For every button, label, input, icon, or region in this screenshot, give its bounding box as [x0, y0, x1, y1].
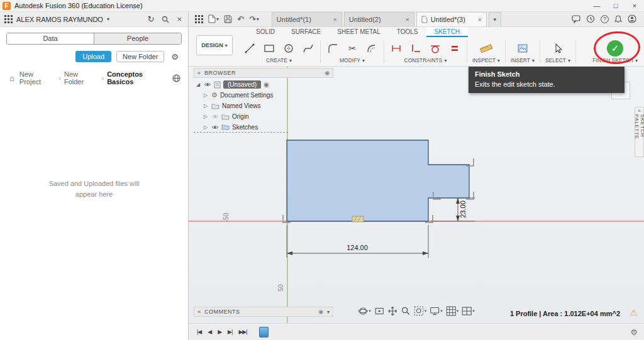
expand-palette-icon[interactable]: « — [638, 108, 641, 114]
browser-item-root[interactable]: ◢ (Unsaved) ◉ — [194, 79, 333, 90]
pan-icon[interactable] — [387, 306, 397, 316]
spline-tool-icon[interactable] — [301, 41, 315, 55]
browser-item-document-settings[interactable]: ▷ ⚙ Document Settings — [194, 90, 333, 101]
line-tool-icon[interactable] — [243, 41, 257, 55]
insert-image-tool-icon[interactable] — [516, 41, 530, 55]
group-label-create[interactable]: CREATE▾ — [266, 57, 292, 65]
sketch-profile[interactable] — [287, 140, 469, 221]
finish-sketch-check-icon[interactable]: ✓ — [607, 40, 623, 57]
rectangle-tool-icon[interactable] — [262, 41, 276, 55]
comments-dot-icon[interactable]: ◉ — [318, 309, 323, 315]
browser-header[interactable]: « BROWSER ◉ — [194, 68, 333, 78]
projects-grid-icon[interactable] — [4, 15, 13, 23]
select-cursor-icon[interactable] — [551, 41, 565, 55]
visibility-eye-icon[interactable] — [204, 82, 211, 87]
expander-open-icon[interactable]: ◢ — [195, 82, 201, 87]
tab-sheet-metal[interactable]: SHEET METAL — [329, 27, 389, 37]
group-label-constraints[interactable]: CONSTRAINTS▾ — [404, 57, 447, 65]
timeline-marker[interactable] — [259, 327, 269, 337]
close-window-button[interactable]: × — [625, 0, 644, 12]
tab-data[interactable]: Data — [7, 33, 94, 44]
home-icon[interactable]: ⌂ — [8, 74, 16, 82]
notifications-bell-icon[interactable] — [614, 15, 622, 23]
collapse-panel-icon[interactable]: « — [197, 309, 201, 315]
search-icon[interactable] — [160, 16, 171, 23]
refresh-icon[interactable]: ↻ — [146, 15, 157, 23]
trim-tool-icon[interactable]: ✂ — [345, 41, 359, 55]
zoom-window-icon[interactable]: ▾ — [414, 306, 427, 316]
help-icon[interactable]: ? — [601, 15, 609, 23]
activate-radio-icon[interactable]: ◉ — [264, 81, 269, 88]
browser-item-origin[interactable]: ▷ Origin — [194, 111, 333, 122]
document-tab-3-active[interactable]: Untitled*(3) × — [416, 12, 487, 26]
file-menu-icon[interactable]: ▾ — [206, 11, 221, 26]
play-button[interactable]: ▶ — [214, 329, 225, 335]
group-label-modify[interactable]: MODIFY▾ — [340, 57, 365, 65]
comments-header[interactable]: « COMMENTS ◉ ▾ — [194, 307, 333, 317]
step-back-button[interactable]: ◀ — [204, 329, 214, 335]
workspace-selector[interactable]: DESIGN▾ — [196, 35, 233, 55]
save-icon[interactable] — [221, 11, 235, 26]
project-user-name[interactable]: ALEX RAMOS RAYMUNDO — [16, 16, 103, 23]
browser-item-sketches[interactable]: ▷ Sketches — [194, 122, 288, 133]
upload-button[interactable]: Upload — [75, 51, 111, 62]
warning-icon[interactable]: ⚠ — [630, 307, 638, 317]
expander-icon[interactable]: ▷ — [203, 103, 209, 109]
collapse-panel-icon[interactable]: « — [197, 70, 201, 76]
document-tab-2[interactable]: Untitled(2) × — [344, 12, 414, 26]
equal-constraint-icon[interactable] — [448, 41, 462, 55]
close-tab-icon[interactable]: × — [477, 16, 481, 23]
display-settings-icon[interactable]: ▾ — [430, 306, 443, 316]
group-label-inspect[interactable]: INSPECT▾ — [472, 57, 500, 65]
group-label-select[interactable]: SELECT▾ — [545, 57, 570, 65]
undo-icon[interactable]: ↶ — [235, 11, 247, 26]
fillet-tool-icon[interactable] — [326, 41, 340, 55]
group-label-insert[interactable]: INSERT▾ — [511, 57, 535, 65]
close-panel-icon[interactable]: × — [175, 15, 184, 23]
look-at-icon[interactable] — [374, 306, 384, 316]
breadcrumb-project[interactable]: New Project — [19, 70, 55, 85]
orbit-icon[interactable]: ▾ — [358, 306, 371, 316]
dimension-height[interactable]: 23.00 — [431, 198, 475, 221]
step-forward-button[interactable]: ▶| — [225, 329, 235, 335]
chevron-down-icon[interactable]: ▾ — [327, 309, 330, 315]
sketch-dimension-tool-icon[interactable] — [389, 41, 403, 55]
horizontal-vertical-constraint-icon[interactable] — [409, 41, 423, 55]
dimension-width[interactable]: 124.00 — [287, 225, 428, 258]
redo-icon[interactable]: ↷▾ — [247, 11, 262, 26]
breadcrumb-folder[interactable]: New Folder — [64, 70, 98, 85]
avatar-icon[interactable] — [628, 14, 636, 23]
visibility-eye-icon[interactable] — [211, 124, 219, 130]
tab-overflow-button[interactable]: ▾ — [489, 12, 501, 26]
breadcrumb-current[interactable]: Conceptos Basicos — [107, 70, 169, 85]
root-document-label[interactable]: (Unsaved) — [223, 80, 261, 89]
tab-tools[interactable]: TOOLS — [389, 27, 426, 37]
chevron-down-icon[interactable]: ▾ — [107, 16, 109, 22]
settings-gear-icon[interactable]: ⚙ — [169, 53, 180, 61]
new-folder-button[interactable]: New Folder — [116, 51, 164, 62]
close-tab-icon[interactable]: × — [405, 16, 409, 23]
measure-tool-icon[interactable] — [479, 41, 493, 55]
circle-tool-icon[interactable] — [282, 41, 296, 55]
grid-snap-icon[interactable]: ▾ — [446, 306, 459, 316]
display-filter-icon[interactable]: ◉ — [325, 70, 330, 76]
globe-icon[interactable] — [172, 74, 180, 82]
viewports-icon[interactable]: ▾ — [462, 306, 475, 316]
tangent-constraint-icon[interactable] — [428, 41, 442, 55]
skip-to-start-button[interactable]: |◀ — [194, 329, 204, 335]
tab-surface[interactable]: SURFACE — [283, 27, 329, 37]
tab-solid[interactable]: SOLID — [248, 27, 283, 37]
visibility-eye-off-icon[interactable] — [211, 114, 219, 119]
job-status-clock-icon[interactable] — [586, 14, 595, 23]
offset-tool-icon[interactable] — [365, 41, 379, 55]
tab-people[interactable]: People — [94, 33, 181, 44]
sketch-palette-tab[interactable]: « SKETCH PALETTE — [635, 107, 644, 157]
zoom-icon[interactable] — [401, 306, 411, 316]
tab-sketch-active[interactable]: SKETCH — [426, 27, 469, 37]
viewport-canvas[interactable]: 124.00 23.00 -50 50 — [189, 67, 644, 323]
close-tab-icon[interactable]: × — [333, 16, 336, 23]
show-data-panel-icon[interactable] — [192, 11, 206, 26]
minimize-button[interactable]: — — [587, 0, 606, 12]
browser-item-named-views[interactable]: ▷ Named Views — [194, 101, 333, 111]
skip-to-end-button[interactable]: ▶▶| — [235, 329, 250, 335]
